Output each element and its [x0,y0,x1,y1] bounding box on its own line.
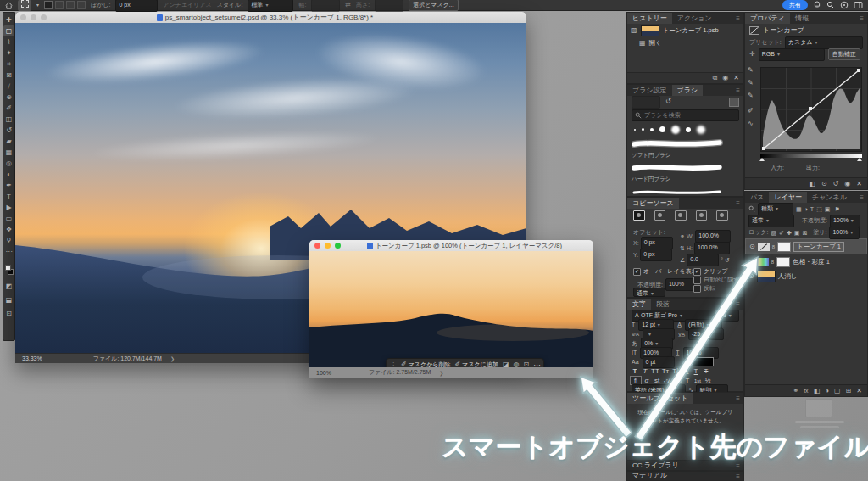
drag-handle-icon[interactable]: ⋮ [390,361,397,368]
visibility-eye-icon[interactable]: ⊙ [748,272,754,280]
reset-brush-icon[interactable]: ↺ [665,98,671,105]
delete-state-icon[interactable]: ✕ [733,75,739,81]
clone-source-slots[interactable] [627,209,743,222]
crop-tool[interactable]: ⌗ [3,59,14,70]
status-chevron-icon[interactable]: ❯ [439,370,443,376]
filter-toggle-icon[interactable]: ⚑ [834,206,839,212]
zoom-level[interactable]: 33.33% [22,355,42,361]
show-overlay-checkbox[interactable] [633,268,641,276]
filter-pixel-layers-icon[interactable]: ▦ [796,206,802,212]
text-color-swatch[interactable] [690,357,714,366]
path-selection-tool[interactable]: ▶ [3,202,14,213]
scale-link-icon[interactable]: ⚭ [680,233,685,239]
edit-toolbar-icon[interactable]: ⋯ [3,246,14,257]
invert-checkbox[interactable] [693,285,701,293]
tab-tool-presets[interactable]: ツールプリセット [627,393,693,404]
w-field[interactable]: 100.0% [695,230,731,243]
add-to-mask-button[interactable]: ✐ マスクに追加 [455,361,498,367]
toggle-visibility-icon[interactable]: ◉ [844,181,850,187]
angle-field[interactable]: 0.0 [687,254,719,266]
h-field[interactable]: 100.0% [694,242,730,254]
hand-tool[interactable]: ❖ [3,224,14,235]
dodge-tool[interactable]: ◐ [3,169,14,180]
zoom-tool[interactable]: ⚲ [3,235,14,246]
y-field[interactable]: 0 px [640,249,672,261]
home-icon[interactable] [5,2,13,9]
tool-preset-chevron-icon[interactable]: ▾ [36,3,39,8]
brush-preview-toggle-icon[interactable] [729,98,739,107]
gradient-tool[interactable]: ▦ [3,147,14,158]
select-and-mask-button[interactable]: 選択とマスク... [409,0,459,11]
white-point-eyedropper-icon[interactable]: ✎ [748,92,754,99]
brush-size-field[interactable] [632,96,660,109]
device-preview-icon[interactable]: ⊡ [3,308,14,319]
mask-options-icon[interactable]: ⊡ [523,361,529,367]
brush-search-field[interactable]: ブラシを検索 [632,109,739,121]
opacity-field[interactable]: 100% [665,278,694,291]
tab-actions[interactable]: アクション [672,13,717,24]
reset-adjustment-icon[interactable]: ↺ [833,181,839,187]
clone-source-slot-3[interactable] [675,210,687,221]
layer-mask-thumbnail[interactable] [776,257,790,267]
smooth-curve-icon[interactable]: ∿ [748,120,754,127]
psb-window-titlebar[interactable]: トーンカーブ 1.psb @ 100% (トーンカーブ 1, レイヤーマスク/8… [309,240,593,251]
white-slider-handle[interactable] [857,158,862,161]
brush-group-soft[interactable]: ソフト円ブラシ [627,136,743,159]
tracking-field[interactable]: -25 [688,328,724,340]
rectangular-marquee-tool[interactable]: ▢ [3,25,14,36]
clone-blend-mode-select[interactable]: 通常 [633,288,665,297]
panel-menu-icon[interactable]: ≡ [732,300,743,308]
minimize-button[interactable] [31,14,36,20]
frame-tool[interactable]: ⊠ [3,70,14,81]
preset-select[interactable]: カスタム [785,36,863,49]
delete-layer-icon[interactable]: ✕ [856,388,862,394]
more-options-icon[interactable]: ⋯ [533,361,540,368]
black-point-eyedropper-icon[interactable]: ✎ [748,67,754,74]
feather-mask-icon[interactable]: ◍ [513,361,519,367]
brush-tool[interactable]: ✐ [3,103,14,114]
tab-paragraph[interactable]: 段落 [651,299,675,310]
layer-name[interactable]: 人消し [778,272,798,281]
layer-name[interactable]: 色相・彩度 1 [793,258,830,266]
clip-to-layer-icon[interactable]: ◧ [809,181,815,187]
filter-type-layers-icon[interactable]: T [810,206,814,212]
visibility-eye-icon[interactable]: ⊙ [748,258,754,266]
mask-link-icon[interactable]: 8 [771,260,774,265]
zoom-button[interactable] [41,14,47,20]
reset-transform-icon[interactable]: ↺ [725,257,730,263]
delete-adjustment-icon[interactable]: ✕ [856,181,862,187]
selection-mode-buttons[interactable] [44,1,86,9]
type-style-buttons[interactable]: TT TTTᴛT¹T₁ TT [627,366,743,376]
x-field[interactable]: 0 px [641,237,673,249]
clip-checkbox[interactable] [693,268,701,276]
status-chevron-icon[interactable]: ❯ [170,355,175,361]
recent-brushes-row[interactable] [627,123,743,136]
new-document-from-state-icon[interactable]: ⧉ [713,75,718,81]
shape-tool[interactable]: ▭ [3,213,14,224]
filter-adjustment-layers-icon[interactable]: ◑ [804,206,808,212]
panel-menu-icon[interactable]: ≡ [732,14,743,22]
panel-menu-icon[interactable]: ≡ [732,473,743,480]
tab-materials[interactable]: マテリアル [627,472,672,480]
lock-paint-icon[interactable]: ✐ [779,230,784,236]
lasso-tool[interactable]: ⌇ [3,36,14,48]
minimize-button[interactable] [325,243,331,249]
layer-effects-icon[interactable]: fx [804,388,808,394]
tab-history[interactable]: ヒストリー [627,13,672,24]
tab-info[interactable]: 情報 [790,13,814,24]
layer-name[interactable]: トーンカーブ 1 [793,242,844,252]
filter-smart-objects-icon[interactable]: ▣ [825,206,831,212]
active-tool-icon[interactable] [18,0,31,11]
screen-mode-icon[interactable]: ⬓ [3,294,14,305]
antialias-checkbox[interactable]: アンチエイリアス [163,1,211,9]
height-field[interactable] [375,0,403,12]
brush-group-hard[interactable]: ハード円ブラシ [627,159,743,183]
style-select[interactable]: 標準 [248,0,293,12]
help-icon[interactable] [840,1,849,9]
new-layer-icon[interactable]: ⊞ [846,388,852,394]
lock-transparency-icon[interactable]: ▨ [771,230,776,236]
add-layer-mask-icon[interactable]: ◧ [814,388,821,394]
fill-field[interactable]: 100% [829,227,860,239]
blur-tool[interactable]: ◎ [3,158,14,169]
quick-selection-tool[interactable]: ✦ [3,48,14,59]
